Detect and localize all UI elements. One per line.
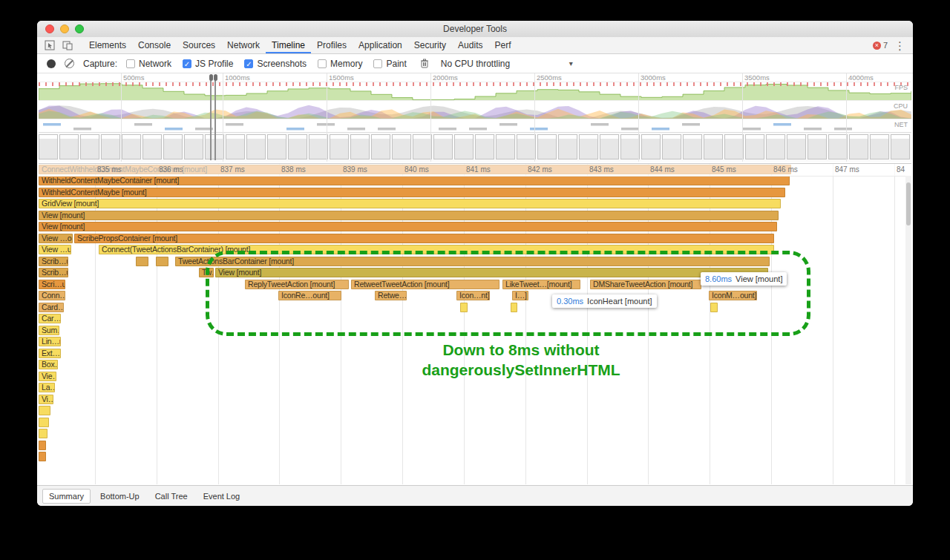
screenshot-thumbnail[interactable] <box>558 134 577 159</box>
device-toolbar-icon[interactable] <box>59 39 76 52</box>
screenshot-thumbnail[interactable] <box>724 134 744 159</box>
flame-bar[interactable]: Vi…t] <box>39 395 53 404</box>
checkbox-network[interactable] <box>126 59 135 68</box>
screenshot-thumbnail[interactable] <box>246 134 266 159</box>
screenshot-thumbnail[interactable] <box>454 134 474 159</box>
screenshot-thumbnail[interactable] <box>662 134 681 159</box>
flame-bar[interactable] <box>39 406 50 415</box>
tab-console[interactable]: Console <box>132 37 177 53</box>
overview-pane[interactable]: 500ms1000ms1500ms2000ms2500ms3000ms3500m… <box>39 73 911 162</box>
flame-bar[interactable]: Conn…nt] <box>39 291 65 300</box>
flame-bar[interactable] <box>39 441 46 450</box>
screenshot-thumbnail[interactable] <box>745 134 764 159</box>
capture-option-js-profile[interactable]: ✓JS Profile <box>183 59 233 69</box>
vertical-scrollbar[interactable] <box>905 176 911 484</box>
screenshot-thumbnail[interactable] <box>267 134 286 159</box>
flame-bar[interactable]: La…t] <box>39 383 55 392</box>
screenshot-thumbnail[interactable] <box>849 134 868 159</box>
screenshot-thumbnail[interactable] <box>101 134 120 159</box>
bottom-tab-event-log[interactable]: Event Log <box>197 490 246 503</box>
screenshot-thumbnail[interactable] <box>475 134 494 159</box>
scrollbar-thumb[interactable] <box>906 182 911 225</box>
titlebar[interactable]: Developer Tools <box>37 21 913 38</box>
tab-audits[interactable]: Audits <box>452 37 488 53</box>
capture-option-network[interactable]: Network <box>126 59 171 69</box>
flame-bar[interactable]: View [mount] <box>39 222 777 231</box>
flame-bar[interactable]: GridView [mount] <box>39 199 781 208</box>
tab-perf[interactable]: Perf <box>488 37 517 53</box>
screenshot-thumbnail[interactable] <box>142 134 162 159</box>
zoom-button[interactable] <box>75 24 84 33</box>
flame-bar[interactable]: Scrib…unt] <box>39 268 68 277</box>
screenshot-thumbnail[interactable] <box>870 134 889 159</box>
tab-sources[interactable]: Sources <box>177 37 221 53</box>
record-button[interactable] <box>47 59 56 68</box>
tab-profiles[interactable]: Profiles <box>311 37 353 53</box>
screenshot-thumbnail[interactable] <box>787 134 806 159</box>
screenshot-thumbnail[interactable] <box>39 134 58 159</box>
screenshot-thumbnail[interactable] <box>371 134 390 159</box>
cpu-throttling-select[interactable]: No CPU throttling ▾ <box>441 59 573 69</box>
flame-bar[interactable]: WithheldContentMaybe [mount] <box>39 188 785 197</box>
checkbox-screenshots[interactable]: ✓ <box>244 59 253 68</box>
close-button[interactable] <box>45 24 54 33</box>
capture-option-paint[interactable]: Paint <box>373 59 406 69</box>
screenshot-thumbnail[interactable] <box>891 134 910 159</box>
clear-button[interactable] <box>65 59 74 68</box>
screenshot-thumbnail[interactable] <box>600 134 619 159</box>
screenshot-thumbnail[interactable] <box>828 134 848 159</box>
flame-chart[interactable]: Down to 8ms without dangerouslySetInnerH… <box>39 163 911 484</box>
flame-bar[interactable]: Lin…nt] <box>39 337 61 346</box>
selection-handle-left[interactable] <box>210 75 212 160</box>
screenshot-thumbnail[interactable] <box>288 134 307 159</box>
tab-security[interactable]: Security <box>408 37 452 53</box>
screenshot-thumbnail[interactable] <box>122 134 141 159</box>
checkbox-memory[interactable] <box>318 59 327 68</box>
screenshot-thumbnail[interactable] <box>59 134 79 159</box>
screenshot-filmstrip[interactable] <box>39 132 911 162</box>
flame-bar[interactable]: WithheldContentMaybeContainer [mount] <box>39 176 790 185</box>
flame-bar[interactable]: Sum…t] <box>39 326 59 335</box>
kebab-menu-icon[interactable]: ⋮ <box>894 40 905 51</box>
tab-timeline[interactable]: Timeline <box>266 37 311 53</box>
screenshot-thumbnail[interactable] <box>683 134 702 159</box>
flame-bar[interactable]: Scri…unt] <box>39 280 65 289</box>
checkbox-js-profile[interactable]: ✓ <box>183 59 191 68</box>
screenshot-thumbnail[interactable] <box>641 134 661 159</box>
trash-icon[interactable] <box>420 59 429 68</box>
flame-bar[interactable] <box>39 418 49 427</box>
screenshot-thumbnail[interactable] <box>766 134 785 159</box>
screenshot-thumbnail[interactable] <box>496 134 515 159</box>
screenshot-thumbnail[interactable] <box>392 134 411 159</box>
screenshot-thumbnail[interactable] <box>413 134 432 159</box>
selection-handle-right[interactable] <box>214 75 216 160</box>
flame-bar[interactable]: View [mount] <box>39 211 779 220</box>
capture-option-screenshots[interactable]: ✓Screenshots <box>244 59 307 69</box>
tab-network[interactable]: Network <box>221 37 266 53</box>
screenshot-thumbnail[interactable] <box>620 134 640 159</box>
flame-bar[interactable] <box>39 452 46 461</box>
capture-option-memory[interactable]: Memory <box>318 59 362 69</box>
bottom-tab-bottom-up[interactable]: Bottom-Up <box>94 490 145 503</box>
flame-bar[interactable] <box>156 257 168 266</box>
screenshot-thumbnail[interactable] <box>80 134 99 159</box>
flame-bar[interactable] <box>136 257 148 266</box>
flame-bar[interactable]: Box…t] <box>39 360 58 369</box>
flame-bar[interactable]: Vie…t] <box>39 372 56 381</box>
screenshot-thumbnail[interactable] <box>330 134 349 159</box>
bottom-tab-call-tree[interactable]: Call Tree <box>149 490 194 503</box>
flame-bar[interactable]: Scrib…unt] <box>39 257 68 266</box>
screenshot-thumbnail[interactable] <box>808 134 827 159</box>
error-badge[interactable]: × 7 <box>873 41 888 50</box>
flame-bar[interactable]: Car…nt] <box>39 314 61 323</box>
tab-elements[interactable]: Elements <box>83 37 132 53</box>
checkbox-paint[interactable] <box>373 59 382 68</box>
bottom-tab-summary[interactable]: Summary <box>42 489 91 504</box>
screenshot-thumbnail[interactable] <box>579 134 598 159</box>
inspect-element-icon[interactable] <box>42 39 58 52</box>
screenshot-thumbnail[interactable] <box>517 134 536 159</box>
flame-bar[interactable]: View …ount] <box>39 234 73 243</box>
screenshot-thumbnail[interactable] <box>537 134 557 159</box>
minimize-button[interactable] <box>60 24 69 33</box>
flame-bar[interactable]: Card…nt] <box>39 303 64 312</box>
